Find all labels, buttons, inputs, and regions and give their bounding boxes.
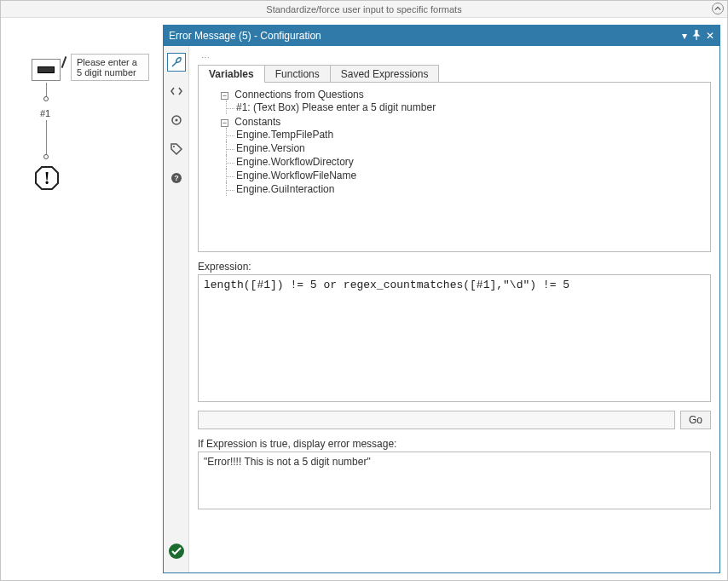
variables-tree[interactable]: − Connections from Questions #1: (Text B… <box>198 82 711 252</box>
workflow-canvas[interactable]: Please enter a 5 digit number #1 ! <box>1 18 163 580</box>
expression-label: Expression: <box>198 261 711 273</box>
collapse-toggle-icon[interactable]: − <box>221 119 228 127</box>
error-message-tool-node[interactable]: ! <box>33 164 61 195</box>
tree-item-constant[interactable]: Engine.WorkflowFileName <box>236 170 356 181</box>
error-message-input[interactable]: "Error!!!! This is not a 5 digit number" <box>198 452 711 509</box>
tab-functions[interactable]: Functions <box>264 65 331 83</box>
svg-text:?: ? <box>174 174 179 182</box>
go-button[interactable]: Go <box>680 411 711 429</box>
collapse-toggle-icon[interactable]: − <box>221 92 228 100</box>
tab-saved-expressions[interactable]: Saved Expressions <box>330 65 440 83</box>
tree-item-constant[interactable]: Engine.TempFilePath <box>236 129 333 141</box>
collapse-icon[interactable] <box>712 3 724 14</box>
connector-anchor[interactable] <box>43 154 49 159</box>
tool-annotation: Please enter a 5 digit number <box>71 54 149 81</box>
expression-input[interactable]: length([#1]) != 5 or regex_countmatches(… <box>198 274 711 402</box>
connector-line <box>46 83 47 96</box>
textbox-tool-node[interactable] <box>32 59 61 81</box>
help-icon[interactable]: ? <box>167 169 186 187</box>
svg-text:!: ! <box>44 169 50 187</box>
error-message-label: If Expression is true, display error mes… <box>198 438 711 450</box>
panel-title: Error Message (5) - Configuration <box>169 30 321 42</box>
svg-point-3 <box>175 119 177 122</box>
tab-variables[interactable]: Variables <box>198 65 265 83</box>
tree-item-connection[interactable]: #1: (Text Box) Please enter a 5 digit nu… <box>236 101 436 113</box>
connector-anchor[interactable] <box>43 96 49 101</box>
validate-icon[interactable] <box>169 544 184 559</box>
tree-item-constant[interactable]: Engine.Version <box>236 142 305 154</box>
wrench-icon[interactable] <box>167 53 186 72</box>
tree-group-connections[interactable]: Connections from Questions <box>234 89 363 101</box>
configuration-panel: Error Message (5) - Configuration ▾ ✕ <box>163 25 720 573</box>
expression-tabs: Variables Functions Saved Expressions <box>198 64 711 82</box>
tree-item-constant[interactable]: Engine.WorkflowDirectory <box>236 156 354 168</box>
tag-icon[interactable] <box>167 140 186 158</box>
close-icon[interactable]: ✕ <box>706 30 714 42</box>
connection-label: #1 <box>40 108 50 118</box>
window-title: Standardize/force user input to specific… <box>266 4 461 14</box>
connector-line <box>46 120 47 154</box>
test-value-input[interactable] <box>198 411 675 429</box>
grip-icon[interactable]: ⋯ <box>198 53 711 62</box>
config-main-area: ⋯ Variables Functions Saved Expressions … <box>189 46 719 572</box>
pin-icon[interactable] <box>692 30 701 43</box>
code-icon[interactable] <box>167 82 186 101</box>
tree-group-constants[interactable]: Constants <box>234 116 280 128</box>
dropdown-icon[interactable]: ▾ <box>682 30 687 42</box>
tree-item-constant[interactable]: Engine.GuiInteraction <box>236 183 334 195</box>
target-icon[interactable] <box>167 111 186 129</box>
panel-titlebar: Error Message (5) - Configuration ▾ ✕ <box>164 26 719 46</box>
window-header: Standardize/force user input to specific… <box>1 1 727 18</box>
mode-sidebar: ? <box>164 46 189 572</box>
svg-point-4 <box>173 146 175 147</box>
